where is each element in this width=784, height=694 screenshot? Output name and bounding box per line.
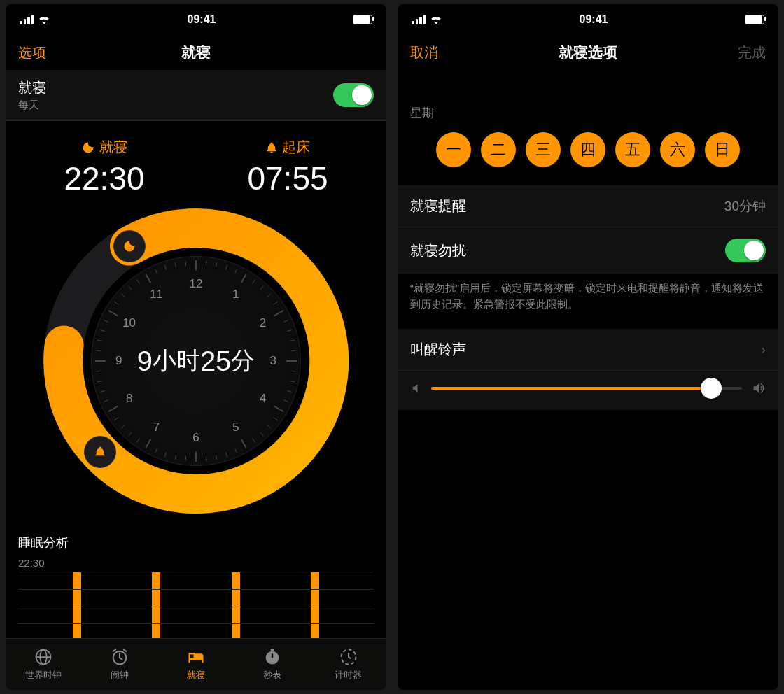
nav-bar: 选项 就寝 [6, 35, 386, 70]
bedtime-master-label: 就寝 [18, 78, 46, 97]
bedtime-label: 就寝 [99, 138, 127, 157]
bed-icon [186, 647, 206, 667]
cancel-button[interactable]: 取消 [410, 43, 438, 62]
tab-timer[interactable]: 计时器 [310, 639, 386, 690]
day-pill-2[interactable]: 三 [526, 132, 561, 167]
bedtime-reminder-row[interactable]: 就寝提醒 30分钟 [398, 185, 778, 227]
tab-label: 计时器 [335, 669, 362, 681]
wake-value: 07:55 [247, 160, 328, 197]
status-bar: 09:41 [398, 4, 778, 35]
day-pill-6[interactable]: 日 [705, 132, 740, 167]
day-pill-4[interactable]: 五 [615, 132, 650, 167]
svg-rect-66 [270, 649, 274, 651]
bell-icon [265, 141, 278, 154]
wifi-icon [38, 15, 50, 24]
sound-label: 叫醒铃声 [410, 340, 466, 359]
day-pill-5[interactable]: 六 [660, 132, 695, 167]
tab-world-clock[interactable]: 世界时钟 [6, 639, 82, 690]
stopwatch-icon [262, 647, 282, 667]
nav-title: 就寝选项 [398, 43, 778, 62]
bedtime-master-toggle[interactable] [333, 83, 374, 107]
sleep-dial[interactable]: 12 1 2 3 4 5 6 7 8 9 10 11 9小时25分 [42, 207, 350, 515]
dnd-toggle[interactable] [725, 239, 766, 262]
volume-row [398, 371, 778, 410]
analysis-title: 睡眠分析 [18, 534, 374, 551]
dnd-label: 就寝勿扰 [410, 241, 466, 260]
status-bar: 09:41 [6, 4, 386, 35]
day-pill-0[interactable]: 一 [436, 132, 471, 167]
tab-label: 秒表 [263, 669, 281, 681]
reminder-label: 就寝提醒 [410, 197, 466, 215]
bedtime-options-screen: 09:41 取消 就寝选项 完成 星期 一二三四五六日 就寝提醒 30分钟 就寝… [398, 4, 778, 690]
tab-label: 就寝 [187, 669, 205, 681]
tab-bar: 世界时钟 闹钟 就寝 秒表 计时器 [6, 638, 386, 690]
cellular-icon [20, 15, 34, 24]
chevron-right-icon: › [761, 341, 766, 357]
alarm-icon [110, 647, 130, 667]
tab-bedtime[interactable]: 就寝 [158, 639, 234, 690]
bedtime-dnd-row: 就寝勿扰 [398, 227, 778, 274]
battery-icon [745, 15, 764, 24]
duration-text: 9小时25分 [92, 257, 300, 465]
wifi-icon [430, 15, 442, 24]
analysis-chart [18, 572, 374, 638]
volume-high-icon [750, 381, 766, 396]
status-time: 09:41 [580, 13, 608, 26]
bedtime-master-row: 就寝 每天 [6, 70, 386, 121]
nav-bar: 取消 就寝选项 完成 [398, 35, 778, 70]
days-header: 星期 [398, 70, 778, 128]
nav-title: 就寝 [6, 43, 386, 62]
reminder-value: 30分钟 [724, 197, 766, 215]
tab-stopwatch[interactable]: 秒表 [234, 639, 310, 690]
bedtime-screen: 09:41 选项 就寝 就寝 每天 就寝 22:30 [6, 4, 386, 690]
days-row: 一二三四五六日 [398, 128, 778, 185]
bedtime-master-sub: 每天 [18, 99, 46, 112]
moon-icon [81, 141, 95, 155]
tab-alarm[interactable]: 闹钟 [82, 639, 158, 690]
battery-icon [353, 15, 372, 24]
day-pill-3[interactable]: 四 [570, 132, 606, 167]
options-button[interactable]: 选项 [18, 43, 46, 62]
sleep-analysis: 睡眠分析 22:30 [6, 529, 386, 638]
timer-icon [339, 647, 358, 667]
bedtime-handle[interactable] [113, 230, 146, 262]
analysis-axis-label: 22:30 [18, 557, 374, 569]
bedtime-value: 22:30 [64, 160, 144, 197]
volume-low-icon [410, 382, 423, 395]
clock-face: 12 1 2 3 4 5 6 7 8 9 10 11 9小时25分 [91, 256, 301, 466]
cellular-icon [412, 15, 426, 24]
tab-label: 世界时钟 [25, 669, 62, 681]
volume-slider[interactable] [431, 387, 742, 390]
day-pill-1[interactable]: 二 [481, 132, 516, 167]
time-readout: 就寝 22:30 起床 07:55 [6, 121, 386, 201]
wake-sound-row[interactable]: 叫醒铃声 › [398, 329, 778, 371]
wake-label: 起床 [282, 138, 310, 157]
status-time: 09:41 [188, 13, 216, 26]
wake-handle[interactable] [84, 436, 116, 468]
done-button[interactable]: 完成 [738, 43, 766, 62]
tab-label: 闹钟 [111, 669, 129, 681]
dnd-footer: “就寝勿扰”启用后，锁定屏幕将变暗，锁定时来电和提醒将静音，通知将发送到历史记录… [398, 274, 778, 329]
globe-icon [34, 647, 53, 667]
